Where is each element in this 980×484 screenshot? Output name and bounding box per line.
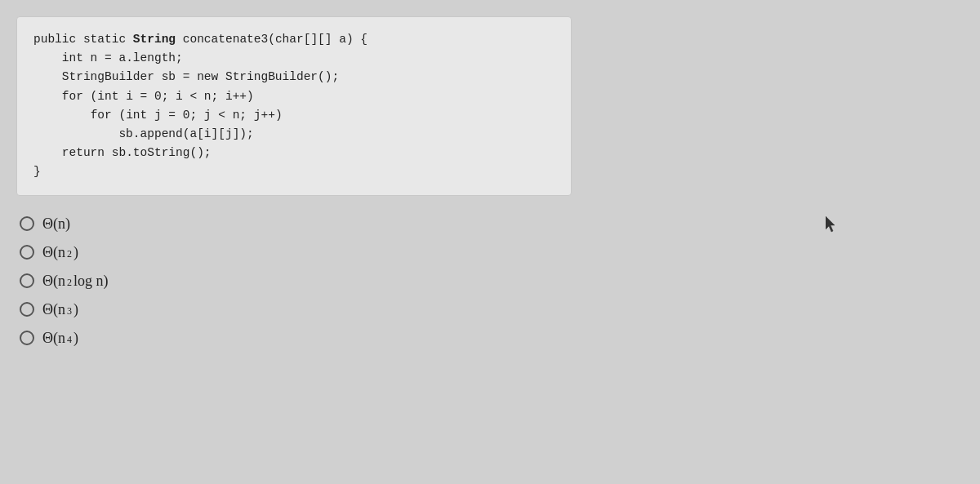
option-4-label: Θ(n3) xyxy=(42,301,78,318)
option-1[interactable]: Θ(n) xyxy=(20,215,964,233)
radio-2[interactable] xyxy=(20,245,34,260)
code-block: public static String concatenate3(char[]… xyxy=(16,16,572,196)
code-line-7: return sb.toString(); xyxy=(33,144,555,162)
radio-1[interactable] xyxy=(20,216,34,231)
cursor-icon xyxy=(826,216,837,233)
code-line-6: sb.append(a[i][j]); xyxy=(33,125,555,144)
radio-4[interactable] xyxy=(20,302,34,317)
option-5[interactable]: Θ(n4) xyxy=(20,330,964,347)
options-container: Θ(n) Θ(n2) Θ(n2 log n) Θ(n3) Θ(n4) xyxy=(16,215,964,347)
option-3[interactable]: Θ(n2 log n) xyxy=(20,273,964,290)
svg-marker-0 xyxy=(826,216,835,232)
code-line-3: StringBuilder sb = new StringBuilder(); xyxy=(33,68,555,87)
option-3-label: Θ(n2 log n) xyxy=(42,273,109,290)
option-2-label: Θ(n2) xyxy=(42,244,78,261)
main-container: public static String concatenate3(char[]… xyxy=(16,16,964,347)
option-2[interactable]: Θ(n2) xyxy=(20,244,964,261)
code-line-5: for (int j = 0; j < n; j++) xyxy=(33,106,555,125)
radio-5[interactable] xyxy=(20,331,34,345)
option-1-label: Θ(n) xyxy=(42,215,70,233)
option-4[interactable]: Θ(n3) xyxy=(20,301,964,318)
code-line-2: int n = a.length; xyxy=(33,49,555,68)
option-5-label: Θ(n4) xyxy=(42,330,78,347)
page-wrapper: public static String concatenate3(char[]… xyxy=(16,16,964,347)
radio-3[interactable] xyxy=(20,273,34,288)
code-line-4: for (int i = 0; i < n; i++) xyxy=(33,87,555,106)
code-line-8: } xyxy=(33,162,555,181)
code-line-1: public static String concatenate3(char[]… xyxy=(33,30,555,49)
